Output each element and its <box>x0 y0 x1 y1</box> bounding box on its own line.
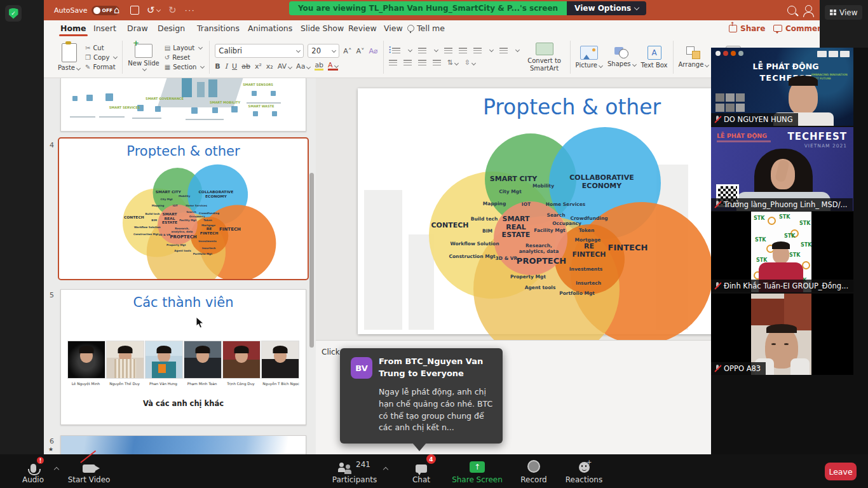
justify-icon[interactable] <box>433 60 441 65</box>
line-spacing-icon[interactable] <box>473 48 482 53</box>
video2-banner-text: LỄ PHÁT ĐỘNG <box>717 132 767 139</box>
align-center-icon[interactable] <box>403 60 412 65</box>
save-icon[interactable] <box>130 0 139 20</box>
view-options-button[interactable]: View Options <box>567 1 646 15</box>
superscript-button[interactable]: x² <box>255 62 262 71</box>
venn-label: Insurtech <box>202 247 216 250</box>
increase-font-icon[interactable]: A˄ <box>343 47 351 55</box>
section-button[interactable]: ▦Section <box>165 64 205 71</box>
tab-slide-show[interactable]: Slide Show <box>299 20 345 36</box>
video-tile-3[interactable]: STKSTKSTKSTKSTKSTKSTKSTKSTKSTK Đinh Khắc… <box>711 212 853 292</box>
undo-icon[interactable]: ↺ <box>147 0 160 20</box>
current-slide[interactable]: Proptech & other SMART CITYCOLLABORATIVE… <box>358 88 712 334</box>
venn-label: Occupancy <box>189 215 205 218</box>
increase-indent-icon[interactable] <box>459 48 467 53</box>
tab-tell-me[interactable]: Tell me <box>406 20 446 36</box>
comments-button[interactable]: Comments <box>773 22 820 35</box>
decrease-indent-icon[interactable] <box>444 48 452 53</box>
shapes-button[interactable]: Shapes <box>607 47 636 68</box>
participants-button[interactable]: 241 Participants <box>329 459 380 484</box>
font-size-select[interactable]: 20 <box>308 44 339 58</box>
highlight-color-button[interactable]: ab <box>315 62 323 71</box>
tab-insert[interactable]: Insert <box>92 20 118 36</box>
clear-format-icon[interactable]: A⌀ <box>369 47 377 55</box>
redo-icon[interactable]: ↻ <box>168 0 177 20</box>
autosave-control[interactable]: AutoSave OFF <box>54 0 119 20</box>
participant4-name: OPPO A83 <box>711 362 766 375</box>
bold-button[interactable]: B <box>215 62 220 71</box>
underline-button[interactable]: U <box>232 62 237 71</box>
slide-thumbnail-4-selected[interactable]: Proptech & other SMART CITYCOLLABORATIVE… <box>58 137 309 280</box>
layout-button[interactable]: ▤Layout <box>165 44 205 51</box>
format-painter-button[interactable]: ✎Format <box>85 64 117 71</box>
view-button[interactable]: View <box>825 5 862 20</box>
participants-caret[interactable] <box>384 464 388 473</box>
change-case-button[interactable]: Aa <box>296 62 310 71</box>
slide-thumbnail-5[interactable]: Các thành viên Lê Nguyệt MinhNguyễn Thế … <box>60 289 306 425</box>
font-name-select[interactable]: Calibri <box>215 44 304 58</box>
bullets-icon[interactable] <box>392 48 400 53</box>
record-button[interactable]: Record <box>516 459 552 484</box>
tab-view[interactable]: View <box>383 20 404 36</box>
decrease-font-icon[interactable]: A˅ <box>356 47 364 55</box>
align-left-icon[interactable] <box>389 60 397 65</box>
tab-transitions[interactable]: Transitions <box>196 20 241 36</box>
venn-label: BIM <box>482 229 492 234</box>
slide-number-6: 6 <box>50 437 54 445</box>
venn-label: IOT <box>173 205 178 208</box>
audio-button[interactable]: ! Audio <box>14 459 52 484</box>
search-icon[interactable] <box>787 0 796 20</box>
reactions-button[interactable]: + Reactions <box>562 459 606 484</box>
text-box-button[interactable]: AText Box <box>641 46 668 69</box>
new-slide-button[interactable]: New Slide <box>128 44 159 71</box>
tab-draw[interactable]: Draw <box>126 20 149 36</box>
venn-label: RE FINTECH <box>572 243 606 259</box>
mic-icon <box>31 464 36 473</box>
copy-button[interactable]: ❐Copy <box>85 54 117 61</box>
slide-thumbnail-6[interactable] <box>60 435 306 454</box>
columns-icon[interactable] <box>499 48 508 53</box>
tab-review[interactable]: Review <box>347 20 378 36</box>
reset-button[interactable]: ↺Reset <box>165 54 205 61</box>
chat-button[interactable]: 4 Chat <box>403 459 439 484</box>
strikethrough-button[interactable]: ab <box>241 62 250 71</box>
camera-off-icon <box>83 464 95 473</box>
leave-button[interactable]: Leave <box>825 463 857 480</box>
numbering-icon[interactable] <box>418 48 426 53</box>
italic-button[interactable]: I <box>225 62 227 71</box>
venn-label: Construction Mgt <box>449 254 495 260</box>
convert-smartart-button[interactable]: Convert to SmartArt <box>524 43 565 72</box>
stk-logo-text: STK <box>789 252 800 258</box>
video-tile-4[interactable]: OPPO A83 <box>711 294 853 375</box>
text-direction-icon[interactable]: ⇅ <box>447 58 458 67</box>
picture-button[interactable]: Picture <box>576 46 602 69</box>
audio-options-caret[interactable] <box>55 464 58 473</box>
member-photo: Trịnh Công Duy <box>222 341 259 386</box>
share-screen-button[interactable]: ↑ Share Screen <box>448 459 506 484</box>
align-text-icon[interactable]: ⇳ <box>465 58 475 67</box>
home-icon[interactable]: ⌂ <box>114 0 120 20</box>
paste-button[interactable]: Paste <box>58 43 80 72</box>
start-video-button[interactable]: Start Video <box>64 459 114 484</box>
align-right-icon[interactable] <box>418 60 426 65</box>
tab-home[interactable]: Home <box>59 20 88 36</box>
stk-logo-text: STK <box>799 220 810 226</box>
video-tile-1[interactable]: LỄ PHÁT ĐỘNG TECHFEST EMBRACING INNOVATI… <box>711 48 853 126</box>
tab-design[interactable]: Design <box>156 20 186 36</box>
member-photo: Phan Văn Hưng <box>145 341 182 386</box>
thumbnail-scrollbar[interactable] <box>309 173 314 348</box>
smartart-icon <box>536 43 553 55</box>
subscript-button[interactable]: x₂ <box>266 62 273 71</box>
account-icon[interactable] <box>805 0 812 20</box>
font-color-button[interactable]: A <box>328 62 338 71</box>
more-commands-icon[interactable]: ··· <box>185 0 196 20</box>
share-button[interactable]: Share <box>729 22 765 35</box>
security-app-icon[interactable]: ✓ <box>5 5 22 22</box>
slide-thumbnail-3[interactable]: SMART SERVICESSMART GOVERNANCESMART MOBI… <box>60 78 306 132</box>
video-tile-2[interactable]: LỄ PHÁT ĐỘNG TECHFEST VIETNAM 2021 Trưởn… <box>711 127 853 211</box>
tab-animations[interactable]: Animations <box>247 20 294 36</box>
cut-button[interactable]: ✂Cut <box>85 44 117 51</box>
char-spacing-button[interactable]: AV <box>278 62 292 71</box>
arrange-button[interactable]: Arrange <box>679 46 709 69</box>
chat-notification-popup[interactable]: BV From BTC_Nguyen Van Trung to Everyone… <box>340 348 503 444</box>
